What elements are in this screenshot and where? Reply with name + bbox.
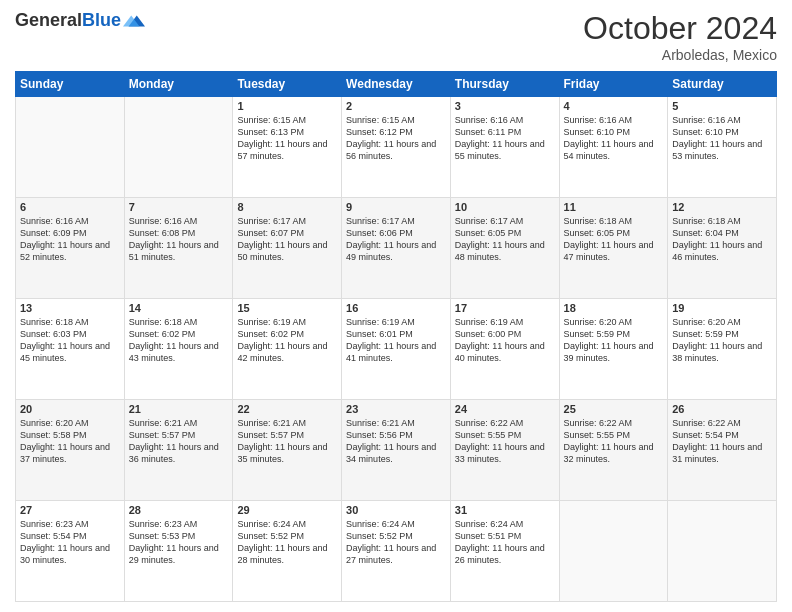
calendar-cell: 26Sunrise: 6:22 AM Sunset: 5:54 PM Dayli… xyxy=(668,400,777,501)
day-number: 27 xyxy=(20,504,120,516)
day-header-wednesday: Wednesday xyxy=(342,72,451,97)
day-number: 26 xyxy=(672,403,772,415)
cell-info: Sunrise: 6:21 AM Sunset: 5:56 PM Dayligh… xyxy=(346,417,446,466)
calendar-cell: 14Sunrise: 6:18 AM Sunset: 6:02 PM Dayli… xyxy=(124,299,233,400)
day-number: 14 xyxy=(129,302,229,314)
calendar-cell: 17Sunrise: 6:19 AM Sunset: 6:00 PM Dayli… xyxy=(450,299,559,400)
calendar-cell: 8Sunrise: 6:17 AM Sunset: 6:07 PM Daylig… xyxy=(233,198,342,299)
cell-info: Sunrise: 6:15 AM Sunset: 6:12 PM Dayligh… xyxy=(346,114,446,163)
day-header-sunday: Sunday xyxy=(16,72,125,97)
cell-info: Sunrise: 6:24 AM Sunset: 5:52 PM Dayligh… xyxy=(237,518,337,567)
day-number: 4 xyxy=(564,100,664,112)
day-header-tuesday: Tuesday xyxy=(233,72,342,97)
day-number: 15 xyxy=(237,302,337,314)
calendar-cell xyxy=(124,97,233,198)
cell-info: Sunrise: 6:20 AM Sunset: 5:59 PM Dayligh… xyxy=(672,316,772,365)
day-number: 5 xyxy=(672,100,772,112)
cell-info: Sunrise: 6:24 AM Sunset: 5:51 PM Dayligh… xyxy=(455,518,555,567)
calendar-cell: 21Sunrise: 6:21 AM Sunset: 5:57 PM Dayli… xyxy=(124,400,233,501)
title-block: October 2024 Arboledas, Mexico xyxy=(583,10,777,63)
calendar-cell: 25Sunrise: 6:22 AM Sunset: 5:55 PM Dayli… xyxy=(559,400,668,501)
cell-info: Sunrise: 6:18 AM Sunset: 6:04 PM Dayligh… xyxy=(672,215,772,264)
calendar-week-row: 20Sunrise: 6:20 AM Sunset: 5:58 PM Dayli… xyxy=(16,400,777,501)
logo-icon xyxy=(123,10,145,32)
cell-info: Sunrise: 6:18 AM Sunset: 6:03 PM Dayligh… xyxy=(20,316,120,365)
cell-info: Sunrise: 6:22 AM Sunset: 5:54 PM Dayligh… xyxy=(672,417,772,466)
calendar-week-row: 13Sunrise: 6:18 AM Sunset: 6:03 PM Dayli… xyxy=(16,299,777,400)
day-number: 12 xyxy=(672,201,772,213)
day-header-saturday: Saturday xyxy=(668,72,777,97)
cell-info: Sunrise: 6:19 AM Sunset: 6:00 PM Dayligh… xyxy=(455,316,555,365)
day-number: 21 xyxy=(129,403,229,415)
cell-info: Sunrise: 6:24 AM Sunset: 5:52 PM Dayligh… xyxy=(346,518,446,567)
logo: GeneralBlue xyxy=(15,10,145,32)
day-number: 2 xyxy=(346,100,446,112)
cell-info: Sunrise: 6:16 AM Sunset: 6:10 PM Dayligh… xyxy=(564,114,664,163)
header: GeneralBlue October 2024 Arboledas, Mexi… xyxy=(15,10,777,63)
calendar-cell: 4Sunrise: 6:16 AM Sunset: 6:10 PM Daylig… xyxy=(559,97,668,198)
calendar-cell: 18Sunrise: 6:20 AM Sunset: 5:59 PM Dayli… xyxy=(559,299,668,400)
cell-info: Sunrise: 6:22 AM Sunset: 5:55 PM Dayligh… xyxy=(564,417,664,466)
cell-info: Sunrise: 6:20 AM Sunset: 5:58 PM Dayligh… xyxy=(20,417,120,466)
calendar-cell: 16Sunrise: 6:19 AM Sunset: 6:01 PM Dayli… xyxy=(342,299,451,400)
calendar-cell: 19Sunrise: 6:20 AM Sunset: 5:59 PM Dayli… xyxy=(668,299,777,400)
logo-text: GeneralBlue xyxy=(15,11,121,31)
day-number: 22 xyxy=(237,403,337,415)
day-number: 25 xyxy=(564,403,664,415)
calendar-cell: 10Sunrise: 6:17 AM Sunset: 6:05 PM Dayli… xyxy=(450,198,559,299)
day-header-monday: Monday xyxy=(124,72,233,97)
cell-info: Sunrise: 6:23 AM Sunset: 5:53 PM Dayligh… xyxy=(129,518,229,567)
calendar-cell: 12Sunrise: 6:18 AM Sunset: 6:04 PM Dayli… xyxy=(668,198,777,299)
cell-info: Sunrise: 6:20 AM Sunset: 5:59 PM Dayligh… xyxy=(564,316,664,365)
calendar-cell: 11Sunrise: 6:18 AM Sunset: 6:05 PM Dayli… xyxy=(559,198,668,299)
day-number: 11 xyxy=(564,201,664,213)
day-number: 10 xyxy=(455,201,555,213)
cell-info: Sunrise: 6:18 AM Sunset: 6:02 PM Dayligh… xyxy=(129,316,229,365)
cell-info: Sunrise: 6:17 AM Sunset: 6:05 PM Dayligh… xyxy=(455,215,555,264)
day-number: 31 xyxy=(455,504,555,516)
day-number: 19 xyxy=(672,302,772,314)
cell-info: Sunrise: 6:21 AM Sunset: 5:57 PM Dayligh… xyxy=(129,417,229,466)
day-number: 16 xyxy=(346,302,446,314)
day-number: 24 xyxy=(455,403,555,415)
calendar-cell: 24Sunrise: 6:22 AM Sunset: 5:55 PM Dayli… xyxy=(450,400,559,501)
calendar-cell: 31Sunrise: 6:24 AM Sunset: 5:51 PM Dayli… xyxy=(450,501,559,602)
calendar-cell: 29Sunrise: 6:24 AM Sunset: 5:52 PM Dayli… xyxy=(233,501,342,602)
day-number: 3 xyxy=(455,100,555,112)
calendar-cell: 2Sunrise: 6:15 AM Sunset: 6:12 PM Daylig… xyxy=(342,97,451,198)
calendar-cell xyxy=(16,97,125,198)
day-number: 8 xyxy=(237,201,337,213)
page: GeneralBlue October 2024 Arboledas, Mexi… xyxy=(0,0,792,612)
day-number: 9 xyxy=(346,201,446,213)
calendar-cell: 22Sunrise: 6:21 AM Sunset: 5:57 PM Dayli… xyxy=(233,400,342,501)
day-number: 28 xyxy=(129,504,229,516)
cell-info: Sunrise: 6:16 AM Sunset: 6:11 PM Dayligh… xyxy=(455,114,555,163)
day-number: 23 xyxy=(346,403,446,415)
cell-info: Sunrise: 6:16 AM Sunset: 6:08 PM Dayligh… xyxy=(129,215,229,264)
cell-info: Sunrise: 6:21 AM Sunset: 5:57 PM Dayligh… xyxy=(237,417,337,466)
calendar-cell: 27Sunrise: 6:23 AM Sunset: 5:54 PM Dayli… xyxy=(16,501,125,602)
calendar-cell: 1Sunrise: 6:15 AM Sunset: 6:13 PM Daylig… xyxy=(233,97,342,198)
day-number: 18 xyxy=(564,302,664,314)
cell-info: Sunrise: 6:16 AM Sunset: 6:10 PM Dayligh… xyxy=(672,114,772,163)
cell-info: Sunrise: 6:19 AM Sunset: 6:01 PM Dayligh… xyxy=(346,316,446,365)
day-number: 1 xyxy=(237,100,337,112)
cell-info: Sunrise: 6:16 AM Sunset: 6:09 PM Dayligh… xyxy=(20,215,120,264)
calendar-cell: 13Sunrise: 6:18 AM Sunset: 6:03 PM Dayli… xyxy=(16,299,125,400)
calendar-week-row: 1Sunrise: 6:15 AM Sunset: 6:13 PM Daylig… xyxy=(16,97,777,198)
cell-info: Sunrise: 6:15 AM Sunset: 6:13 PM Dayligh… xyxy=(237,114,337,163)
calendar-week-row: 6Sunrise: 6:16 AM Sunset: 6:09 PM Daylig… xyxy=(16,198,777,299)
day-number: 7 xyxy=(129,201,229,213)
cell-info: Sunrise: 6:22 AM Sunset: 5:55 PM Dayligh… xyxy=(455,417,555,466)
calendar-table: SundayMondayTuesdayWednesdayThursdayFrid… xyxy=(15,71,777,602)
calendar-cell: 6Sunrise: 6:16 AM Sunset: 6:09 PM Daylig… xyxy=(16,198,125,299)
day-number: 20 xyxy=(20,403,120,415)
calendar-cell xyxy=(559,501,668,602)
cell-info: Sunrise: 6:17 AM Sunset: 6:06 PM Dayligh… xyxy=(346,215,446,264)
day-number: 29 xyxy=(237,504,337,516)
calendar-cell: 15Sunrise: 6:19 AM Sunset: 6:02 PM Dayli… xyxy=(233,299,342,400)
calendar-cell: 30Sunrise: 6:24 AM Sunset: 5:52 PM Dayli… xyxy=(342,501,451,602)
calendar-cell: 3Sunrise: 6:16 AM Sunset: 6:11 PM Daylig… xyxy=(450,97,559,198)
cell-info: Sunrise: 6:17 AM Sunset: 6:07 PM Dayligh… xyxy=(237,215,337,264)
day-number: 17 xyxy=(455,302,555,314)
